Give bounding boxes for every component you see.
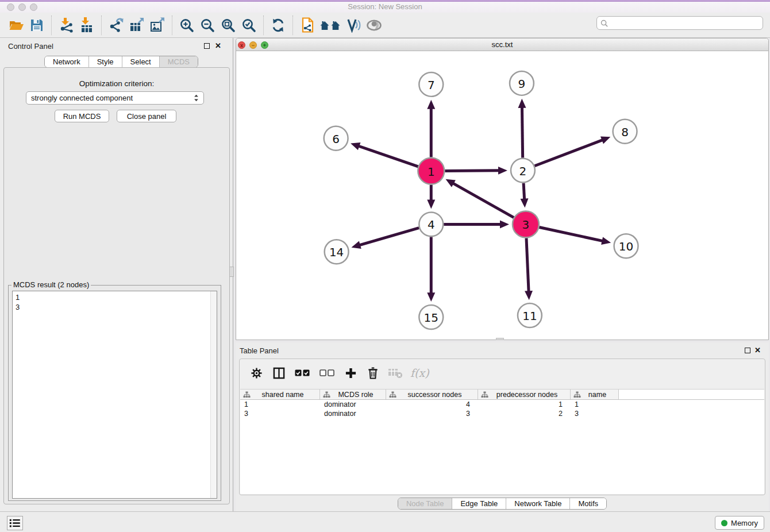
graph-node-label: 4 <box>428 218 435 232</box>
mcds-result-list[interactable]: 1 3 <box>12 291 217 499</box>
column-type-icon <box>389 391 396 398</box>
control-panel-tabs: NetworkStyleSelectMCDS <box>44 56 198 68</box>
zoom-selected-icon <box>241 18 256 33</box>
table-tabs: Node TableEdge TableNetwork TableMotifs <box>398 498 607 510</box>
control-panel-header: Control Panel ✕ <box>0 38 233 54</box>
select-all-columns-button[interactable] <box>292 364 312 381</box>
optimization-criterion-dropdown[interactable]: strongly connected component <box>26 91 204 105</box>
close-panel-button[interactable]: Close panel <box>117 110 176 122</box>
table-tab-motifs[interactable]: Motifs <box>570 498 606 509</box>
graph-node-label: 11 <box>522 309 537 323</box>
unchecked-boxes-icon <box>319 369 335 377</box>
graph-node-label: 15 <box>424 311 438 325</box>
delete-table-button[interactable] <box>387 364 404 381</box>
edge-arrowhead <box>427 199 435 209</box>
column-header-successor-nodes[interactable]: successor nodes <box>386 390 478 399</box>
table-panel-header: Table Panel ✕ <box>236 342 769 358</box>
window-title: Session: New Session <box>0 2 770 11</box>
delete-column-button[interactable] <box>364 364 382 381</box>
export-network-button[interactable] <box>106 15 126 36</box>
column-header-label: MCDS role <box>338 391 373 399</box>
table-row[interactable]: 1dominator411 <box>240 400 764 409</box>
table-row[interactable]: 3dominator323 <box>240 409 764 418</box>
memory-button[interactable]: Memory <box>715 516 764 530</box>
edge-2-3[interactable] <box>523 183 525 200</box>
table-body: 1dominator4113dominator323 <box>240 400 764 418</box>
open-session-button[interactable] <box>6 15 26 36</box>
task-history-button[interactable] <box>7 516 23 530</box>
column-type-icon <box>573 391 581 398</box>
export-table-button[interactable] <box>126 15 147 36</box>
zoom-out-button[interactable] <box>197 15 218 36</box>
toolbar-separator <box>172 16 172 35</box>
tab-mcds[interactable]: MCDS <box>160 56 198 67</box>
dropdown-value: strongly connected component <box>31 94 194 102</box>
toolbar-separator <box>51 16 52 35</box>
edge-arrowhead <box>351 241 361 249</box>
table-tab-edge-table[interactable]: Edge Table <box>452 498 506 509</box>
zoom-selected-button[interactable] <box>238 15 259 36</box>
save-session-button[interactable] <box>26 15 47 36</box>
table-cell: 3 <box>386 409 478 418</box>
edge-3-1[interactable] <box>453 183 514 218</box>
unselect-all-columns-button[interactable] <box>317 364 337 381</box>
refresh-network-button[interactable] <box>268 15 288 36</box>
function-builder-button[interactable]: f(x) <box>410 367 429 379</box>
edge-1-2[interactable] <box>445 171 499 171</box>
graph-node-label: 14 <box>329 245 344 259</box>
table-header-row: shared nameMCDS rolesuccessor nodesprede… <box>240 389 764 400</box>
search-input[interactable] <box>611 19 759 27</box>
import-table-button[interactable] <box>76 15 97 36</box>
trash-icon <box>367 367 379 380</box>
edge-arrowhead <box>600 137 610 144</box>
tab-network[interactable]: Network <box>45 56 89 67</box>
zoom-out-icon <box>200 18 215 33</box>
vizmapper-button[interactable] <box>343 15 364 36</box>
result-scrollbar[interactable] <box>210 291 217 498</box>
create-column-button[interactable] <box>342 364 359 381</box>
edge-2-8[interactable] <box>534 140 603 165</box>
edge-3-11[interactable] <box>526 238 529 292</box>
float-panel-icon[interactable] <box>204 43 210 49</box>
zoom-fit-button[interactable] <box>218 15 238 36</box>
edge-1-6[interactable] <box>358 146 418 167</box>
first-neighbors-button[interactable] <box>318 15 343 36</box>
show-hide-button[interactable] <box>364 15 384 36</box>
zoom-fit-icon <box>221 18 236 33</box>
column-header-predecessor-nodes[interactable]: predecessor nodes <box>478 390 571 399</box>
tab-select[interactable]: Select <box>122 56 160 67</box>
show-column-panel-button[interactable] <box>270 364 287 381</box>
column-header-name[interactable]: name <box>571 390 619 399</box>
float-table-panel-icon[interactable] <box>745 348 750 353</box>
panel-splitter-handle[interactable] <box>229 267 234 277</box>
network-canvas[interactable]: 7968124314101511 <box>236 51 768 340</box>
close-panel-icon[interactable]: ✕ <box>215 41 221 50</box>
graph-node-label: 6 <box>332 132 340 146</box>
search-box <box>596 16 763 30</box>
network-from-file-button[interactable] <box>297 15 318 36</box>
zoom-in-button[interactable] <box>176 15 197 36</box>
edge-arrowhead <box>351 142 360 150</box>
import-network-button[interactable] <box>56 15 76 36</box>
table-panel: Table Panel ✕ <box>236 342 769 511</box>
refresh-icon <box>271 18 286 33</box>
close-table-panel-icon[interactable]: ✕ <box>754 346 761 354</box>
tab-style[interactable]: Style <box>89 56 122 67</box>
edge-4-14[interactable] <box>359 228 419 245</box>
eye-icon <box>365 19 383 32</box>
edge-3-10[interactable] <box>539 227 603 241</box>
save-icon <box>30 18 44 32</box>
network-resize-grip[interactable] <box>496 338 504 340</box>
column-header-MCDS-role[interactable]: MCDS role <box>320 390 386 399</box>
table-settings-button[interactable] <box>248 364 265 381</box>
table-tab-network-table[interactable]: Network Table <box>506 498 570 509</box>
network-view-window: x − + scc.txt 7968124314101511 <box>236 38 769 340</box>
checked-boxes-icon <box>295 369 310 377</box>
table-tab-node-table[interactable]: Node Table <box>398 498 453 509</box>
import-table-icon <box>79 17 94 33</box>
run-mcds-button[interactable]: Run MCDS <box>55 110 109 122</box>
export-image-button[interactable] <box>147 15 168 36</box>
column-header-shared-name[interactable]: shared name <box>240 390 320 399</box>
edge-2-9[interactable] <box>522 107 522 158</box>
graph-node-label: 10 <box>619 240 633 253</box>
